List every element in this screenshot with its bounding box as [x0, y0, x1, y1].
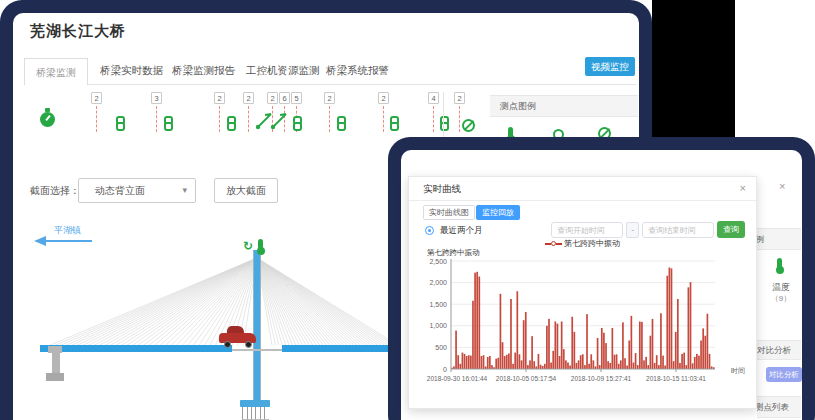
chart-bar [607, 361, 609, 369]
chart-bar [540, 365, 542, 369]
tab-realtime-curve-chart[interactable]: 实时曲线图 [423, 205, 475, 220]
chart-bar [584, 365, 586, 369]
chart-bar [506, 355, 508, 369]
chart-bar [508, 353, 510, 369]
chart-bar [576, 363, 578, 369]
svg-text:2018-10-05 05:17:54: 2018-10-05 05:17:54 [496, 375, 557, 382]
chart-bar [631, 316, 633, 369]
chart-bar [652, 319, 654, 369]
chart-bar [675, 332, 677, 369]
chart-bar [588, 364, 590, 369]
chart-bar [618, 364, 620, 369]
chart-bar [527, 365, 529, 369]
chart-bar [593, 360, 595, 369]
chart-bar [561, 321, 563, 369]
chart-bar [669, 267, 671, 369]
chart-bar [656, 355, 658, 369]
chart-bar [637, 365, 639, 369]
chart-bar [664, 366, 666, 369]
query-button[interactable]: 查询 [717, 221, 745, 238]
modal-title: 实时曲线 [423, 177, 461, 201]
chart-bar [487, 357, 489, 369]
last-two-months-label: 最近两个月 [440, 225, 483, 237]
chart-bar [523, 320, 525, 369]
chart-bar [544, 364, 546, 369]
legend-line-icon [545, 243, 551, 245]
chart-bar [692, 363, 694, 369]
point-list-header: 测点列表 [757, 396, 801, 418]
chart-bar [700, 340, 702, 369]
chart-bar [603, 333, 605, 369]
chart-bar [643, 360, 645, 369]
chart-bar [546, 326, 548, 369]
chart-bar [616, 354, 618, 369]
chart-bar [557, 324, 559, 369]
chart-bar [601, 328, 603, 369]
chart-bar [590, 354, 592, 369]
chart-bar [633, 363, 635, 369]
last-two-months-radio[interactable] [425, 226, 434, 235]
chart-bar [474, 273, 476, 369]
chart-bar [525, 312, 527, 369]
chart-bar [666, 276, 668, 369]
chart-bar [650, 336, 652, 369]
chart-bar [470, 356, 472, 369]
chart-bar [639, 321, 641, 369]
chart-bar [681, 354, 683, 369]
chart-bar [565, 360, 567, 369]
chart-bar [554, 321, 556, 369]
svg-text:2,500: 2,500 [429, 258, 447, 265]
chart-bar [548, 319, 550, 369]
chart-bar [504, 356, 506, 369]
chart-bar [696, 354, 698, 369]
chart-bar [468, 355, 470, 369]
chart-bar [628, 340, 630, 369]
chart-bar [647, 365, 649, 369]
chart-bar [658, 365, 660, 369]
chart-bar [582, 354, 584, 369]
chart-bar [531, 336, 533, 369]
chart-bar [462, 353, 464, 369]
compare-analysis-button[interactable]: 对比分析 [766, 367, 802, 382]
chart-bar [550, 363, 552, 369]
chart-bar [495, 359, 497, 369]
temperature-icon[interactable] [777, 258, 782, 270]
chart-bar [574, 332, 576, 369]
legend-panel-header-partial: 测点图例 [757, 228, 801, 250]
chart-bar [489, 356, 491, 369]
chart-bar [704, 336, 706, 369]
legend-label: 第七跨跨中振动 [564, 239, 620, 248]
modal-close-icon[interactable]: × [740, 182, 746, 194]
chart-bar [529, 360, 531, 369]
chart-bar [519, 354, 521, 369]
chart-bar [500, 294, 502, 369]
chart-bar [620, 360, 622, 369]
chart-bar [698, 356, 700, 369]
chart-bar [502, 342, 504, 369]
temperature-count: （9） [761, 293, 801, 304]
chart-bar [514, 353, 516, 369]
chart-bar [690, 282, 692, 369]
tab-monitor-playback[interactable]: 监控回放 [476, 205, 520, 220]
modal-header: 实时曲线 × [409, 177, 756, 201]
svg-text:1,500: 1,500 [429, 301, 447, 308]
chart-bar [679, 363, 681, 369]
chart-bar [660, 313, 662, 369]
svg-text:时间: 时间 [731, 367, 745, 375]
query-end-time-input[interactable] [642, 222, 714, 238]
query-start-time-input[interactable] [551, 222, 623, 238]
chart-bar [612, 328, 614, 369]
screenshot-stage: 芜湖长江大桥 桥梁监测 桥梁实时数据 桥梁监测报告 工控机资源监测 桥梁系统报警… [0, 0, 815, 420]
chart-bar [578, 360, 580, 369]
chart-bar [654, 363, 656, 369]
chart-bar [476, 272, 478, 369]
chart-bar [521, 360, 523, 369]
close-icon[interactable]: × [779, 180, 785, 192]
chart-bar [457, 355, 459, 369]
compare-analysis-header: 对比分析 [757, 340, 801, 360]
chart-bar [466, 356, 468, 369]
chart-bar [626, 366, 628, 369]
chart-bar [533, 361, 535, 369]
chart-bar [563, 349, 565, 369]
chart-bar [635, 353, 637, 369]
